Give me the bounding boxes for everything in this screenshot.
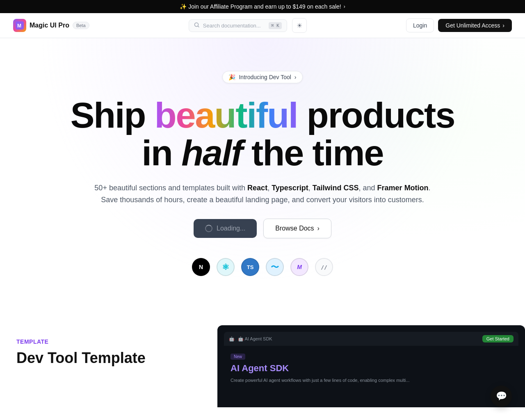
hero-title: Ship beautiful products in half the time [16, 96, 509, 172]
subtitle-tailwind: Tailwind CSS [313, 184, 359, 192]
loading-label: Loading... [217, 225, 245, 232]
title-part1: Ship [71, 95, 155, 135]
logo-area[interactable]: M Magic UI Pro Beta [13, 19, 89, 32]
header: M Magic UI Pro Beta Search documentation… [0, 13, 525, 38]
title-beautiful: beautiful [155, 95, 298, 135]
beta-badge: Beta [73, 22, 89, 29]
chat-icon: 💬 [496, 391, 507, 402]
preview-window: 🤖 🤖 AI Agent SDK Get Started New AI Agen… [224, 332, 518, 401]
logo-text: Magic UI Pro [30, 22, 69, 29]
sun-icon: ☀ [297, 22, 302, 30]
search-icon [194, 22, 200, 29]
subtitle-react: React [247, 184, 267, 192]
badge-text: Introducing Dev Tool [239, 74, 291, 80]
subtitle-part1: 50+ beautiful sections and templates bui… [94, 184, 247, 192]
theme-toggle-button[interactable]: ☀ [292, 18, 307, 33]
get-started-button[interactable]: Get Started [482, 335, 514, 342]
badge-icon: 🎉 [228, 74, 235, 80]
title-part2: products [297, 95, 454, 135]
preview-body-text: Create powerful AI agent workflows with … [231, 377, 512, 384]
nav-right: Login Get Unlimited Access › [406, 18, 512, 32]
chat-bubble-button[interactable]: 💬 [491, 386, 512, 407]
search-placeholder-text: Search documentation... [203, 23, 265, 29]
cta-label: Get Unlimited Access [445, 22, 500, 29]
title-part4: the time [242, 132, 383, 173]
cta-arrow: › [502, 22, 504, 29]
loading-button: Loading... [194, 219, 257, 238]
banner-text: ✨ Join our Affiliate Program and earn up… [180, 3, 341, 10]
loading-spinner-icon [205, 225, 212, 232]
hero-section: 🎉 Introducing Dev Tool › Ship beautiful … [0, 38, 525, 325]
title-part3: in [142, 132, 182, 173]
browse-docs-arrow: › [317, 225, 320, 232]
framer-motion-icon: M [290, 258, 308, 276]
search-shortcut: ⌘ K [269, 22, 282, 29]
subtitle-framer: Framer Motion [377, 184, 429, 192]
template-label: Template [16, 338, 201, 345]
banner-arrow: › [344, 4, 345, 9]
nextjs-icon: N [192, 258, 210, 276]
preview-content: New AI Agent SDK Create powerful AI agen… [224, 346, 518, 390]
title-half: half [181, 132, 242, 173]
top-banner[interactable]: ✨ Join our Affiliate Program and earn up… [0, 0, 525, 13]
robot-icon: 🤖 [229, 336, 235, 342]
dev-tool-badge[interactable]: 🎉 Introducing Dev Tool › [222, 71, 302, 83]
nav-center: Search documentation... ⌘ K ☀ [189, 18, 307, 33]
preview-bar-label: 🤖 🤖 AI Agent SDK [229, 336, 272, 342]
logo-icon: M [13, 19, 26, 32]
hero-subtitle: 50+ beautiful sections and templates bui… [16, 182, 509, 206]
preview-panel: 🤖 🤖 AI Agent SDK Get Started New AI Agen… [217, 325, 525, 407]
preview-bar: 🤖 🤖 AI Agent SDK Get Started [224, 332, 518, 346]
svg-text:M: M [17, 23, 21, 29]
typescript-icon: TS [241, 258, 259, 276]
bottom-section: Template Dev Tool Template 🤖 🤖 AI Agent … [0, 325, 525, 407]
preview-bar-text: 🤖 AI Agent SDK [238, 336, 272, 342]
browse-docs-label: Browse Docs [275, 225, 314, 232]
preview-heading-text1: AI Agent [231, 363, 267, 373]
template-title: Dev Tool Template [16, 350, 201, 366]
preview-new-tag: New [231, 354, 245, 360]
search-bar[interactable]: Search documentation... ⌘ K [189, 19, 287, 32]
preview-heading: AI Agent SDK [231, 363, 512, 374]
tailwind-icon: 〜 [266, 258, 284, 276]
subtitle-ts: Typescript [272, 184, 308, 192]
tech-icons-row: N ⚛ TS 〜 M // [16, 258, 509, 276]
get-unlimited-access-button[interactable]: Get Unlimited Access › [438, 19, 512, 32]
other-icon: // [315, 258, 333, 276]
hero-actions: Loading... Browse Docs › [16, 219, 509, 238]
template-info: Template Dev Tool Template [0, 325, 217, 407]
browse-docs-button[interactable]: Browse Docs › [263, 219, 331, 238]
preview-heading-text2: SDK [267, 363, 289, 373]
react-icon: ⚛ [217, 258, 235, 276]
badge-arrow: › [294, 74, 297, 80]
subtitle-line2: Save thousands of hours, create a beauti… [101, 196, 424, 204]
subtitle-end: . [429, 184, 431, 192]
login-button[interactable]: Login [406, 18, 434, 32]
